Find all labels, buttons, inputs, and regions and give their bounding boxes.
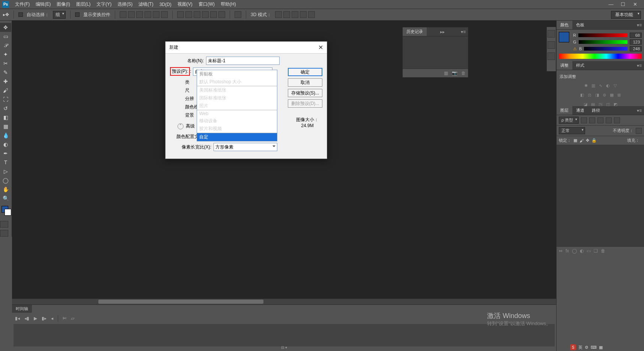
autoselect-checkbox[interactable]	[18, 12, 23, 17]
3d-icon-1[interactable]	[275, 11, 282, 18]
ime-lang[interactable]: 英	[578, 345, 582, 350]
menu-help[interactable]: 帮助(H)	[218, 1, 239, 8]
autoselect-combo[interactable]: 组	[53, 11, 66, 19]
adj-lookup-icon[interactable]: ⊞	[617, 93, 621, 98]
tl-last-icon[interactable]: ◂	[51, 316, 53, 321]
window-maximize-icon[interactable]: ☐	[618, 1, 628, 8]
preset-option-mobile[interactable]: 移动设备	[197, 117, 277, 125]
menu-view[interactable]: 视图(V)	[175, 1, 196, 8]
adj-photo-icon[interactable]: ⊚	[603, 93, 606, 98]
filter-smart-icon[interactable]	[614, 117, 620, 123]
sogou-ime-icon[interactable]: S	[570, 344, 576, 350]
preset-dropdown[interactable]: 剪贴板 默认 Photoshop 大小 美国标准纸张 国际标准纸张 照片 Web…	[197, 70, 277, 141]
menu-layer[interactable]: 图层(L)	[73, 1, 94, 8]
3d-icon-4[interactable]	[300, 11, 307, 18]
styles-tab[interactable]: 样式	[572, 61, 588, 70]
window-minimize-icon[interactable]: —	[606, 1, 616, 8]
tool-dodge[interactable]: ◐	[0, 140, 11, 149]
tool-heal[interactable]: ✚	[0, 77, 11, 86]
filter-adj-icon[interactable]	[589, 117, 595, 123]
preset-option-default[interactable]: 默认 Photoshop 大小	[197, 78, 277, 86]
distribute-icon-2[interactable]	[185, 11, 192, 18]
strip-btn-1[interactable]	[548, 30, 555, 38]
history-flyout-icon[interactable]: ▾≡	[459, 29, 468, 34]
layer-link-icon[interactable]: ⇔	[559, 248, 563, 254]
ime-grid-icon[interactable]: ▦	[599, 345, 603, 350]
window-close-icon[interactable]: ✕	[630, 1, 640, 8]
preset-option-usletter[interactable]: 美国标准纸张	[197, 86, 277, 94]
quickmask-toggle[interactable]	[0, 221, 8, 228]
tool-stamp[interactable]: ⛶	[0, 95, 11, 104]
ime-settings-icon[interactable]: ⚙	[585, 345, 588, 350]
distribute-icon-5[interactable]	[210, 11, 217, 18]
3d-icon-5[interactable]	[308, 11, 315, 18]
layer-group-icon[interactable]: ▭	[587, 248, 591, 254]
tool-type[interactable]: T	[0, 158, 11, 167]
timeline-track[interactable]	[14, 324, 555, 346]
swatches-tab[interactable]: 色板	[572, 21, 588, 29]
tl-next-icon[interactable]: ▮▸	[42, 316, 47, 321]
layers-flyout-icon[interactable]: ▾≡	[635, 108, 644, 113]
timeline-tab[interactable]: 时间轴	[12, 305, 32, 313]
align-icon-4[interactable]	[144, 11, 151, 18]
strip-btn-2[interactable]	[548, 41, 555, 49]
adj-mixer-icon[interactable]: ▦	[610, 93, 614, 98]
channels-tab[interactable]: 通道	[572, 106, 588, 115]
tool-crop[interactable]: ✂	[0, 59, 11, 68]
blend-mode-combo[interactable]: 正常	[559, 127, 585, 134]
adj-bw-icon[interactable]: ◨	[595, 93, 599, 98]
history-tab[interactable]: 历史记录	[403, 27, 427, 36]
tl-prev-icon[interactable]: ◂▮	[24, 316, 29, 321]
adjust-flyout-icon[interactable]: ▾≡	[635, 63, 644, 68]
tool-gradient[interactable]: ▦	[0, 122, 11, 131]
advanced-toggle-icon[interactable]: ˆ	[178, 123, 184, 129]
color-tab[interactable]: 颜色	[557, 21, 572, 29]
tool-marquee[interactable]: ▭	[0, 32, 11, 41]
lock-pos-icon[interactable]: ✥	[586, 138, 589, 143]
layer-new-icon[interactable]: ❏	[594, 248, 598, 254]
pixel-aspect-select[interactable]: 方形像素	[214, 143, 277, 151]
save-preset-button[interactable]: 存储预设(S)...	[288, 89, 322, 97]
tl-first-icon[interactable]: ▮◂	[15, 316, 20, 321]
distribute-icon-6[interactable]	[218, 11, 225, 18]
preset-option-intl[interactable]: 国际标准纸张	[197, 94, 277, 102]
background-swatch[interactable]	[5, 209, 11, 216]
screenmode-toggle[interactable]	[0, 230, 8, 237]
transform-checkbox[interactable]	[75, 12, 80, 17]
layers-tab[interactable]: 图层	[557, 106, 572, 115]
ime-keyboard-icon[interactable]: ⌨	[591, 345, 597, 350]
adj-vibrance-icon[interactable]: ▽	[614, 83, 617, 88]
tool-move[interactable]: ✥	[0, 23, 11, 32]
tool-lasso[interactable]: 𝒫	[0, 41, 11, 50]
tool-eyedropper[interactable]: ✎	[0, 68, 11, 77]
r-slider[interactable]	[578, 33, 627, 37]
tool-path-select[interactable]: ▷	[0, 167, 11, 176]
align-icon-1[interactable]	[120, 11, 126, 18]
name-input[interactable]	[206, 57, 280, 65]
adj-exposure-icon[interactable]: ◐	[606, 83, 610, 88]
adjustments-tab[interactable]: 调整	[557, 61, 572, 70]
tl-play-icon[interactable]: ▶	[34, 316, 37, 321]
align-icon-3[interactable]	[136, 11, 143, 18]
strip-btn-3[interactable]	[548, 52, 555, 60]
menu-file[interactable]: 文件(F)	[12, 1, 33, 8]
b-slider[interactable]	[584, 47, 627, 51]
menu-select[interactable]: 选择(S)	[114, 1, 135, 8]
menu-window[interactable]: 窗口(W)	[196, 1, 218, 8]
preset-option-web[interactable]: Web	[197, 110, 277, 117]
distribute-icon-1[interactable]	[177, 11, 184, 18]
history-newdoc-icon[interactable]: ▦	[444, 70, 448, 76]
b-value[interactable]: 248	[630, 46, 642, 51]
tool-blur[interactable]: 💧	[0, 131, 11, 140]
color-flyout-icon[interactable]: ▾≡	[635, 22, 644, 28]
adj-curves-icon[interactable]: ∿	[599, 83, 602, 88]
tool-hand[interactable]: ✋	[0, 185, 11, 194]
r-value[interactable]: 68	[630, 33, 642, 38]
history-collapse-icon[interactable]: ▸▸	[438, 29, 447, 34]
3d-icon-2[interactable]	[283, 11, 290, 18]
layer-list[interactable]	[557, 145, 644, 246]
history-list[interactable]	[403, 36, 468, 69]
tool-zoom[interactable]: 🔍	[0, 194, 11, 203]
preset-option-clipboard[interactable]: 剪贴板	[197, 70, 277, 78]
adj-hue-icon[interactable]: ◧	[580, 93, 584, 98]
